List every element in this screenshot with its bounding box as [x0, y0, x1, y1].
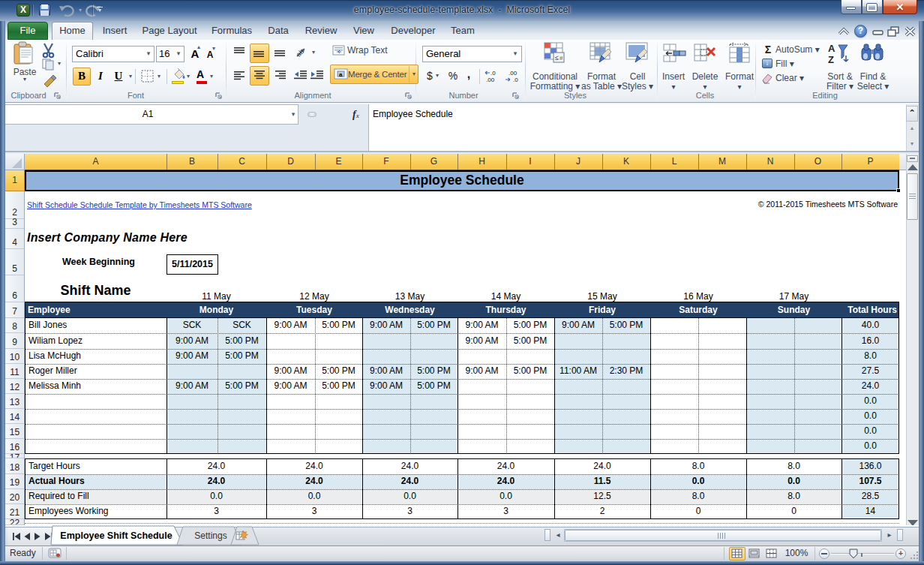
svg-text:.00: .00	[508, 70, 518, 77]
svg-text:Z: Z	[828, 54, 834, 65]
svg-text:.00: .00	[486, 77, 495, 83]
svg-text:≤: ≤	[555, 54, 559, 62]
svg-text:#: #	[560, 55, 563, 62]
svg-text:a: a	[339, 71, 343, 78]
svg-text:A: A	[828, 43, 836, 54]
svg-text:.0: .0	[490, 70, 496, 77]
